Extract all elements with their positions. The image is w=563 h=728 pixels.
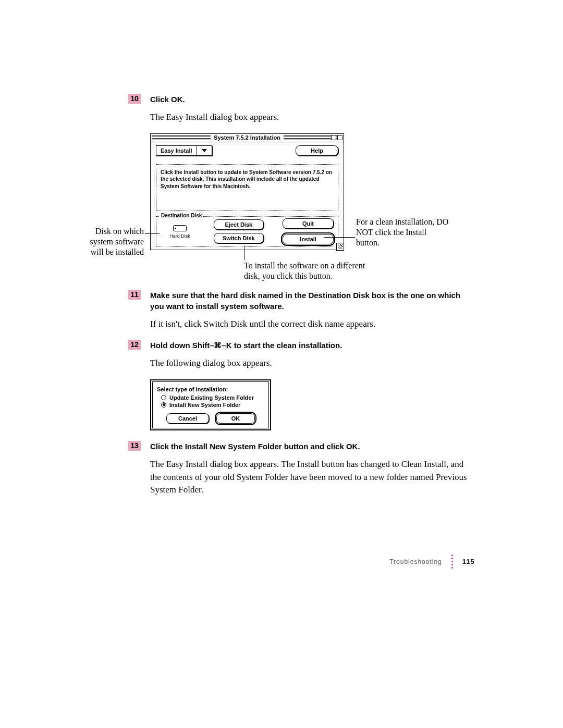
- radio-label: Install New System Folder: [169, 402, 240, 408]
- radio-label: Update Existing System Folder: [169, 394, 254, 401]
- install-info-text: Click the Install button to update to Sy…: [156, 164, 338, 212]
- callout-line: [324, 237, 355, 238]
- step-body: The following dialog box appears.: [150, 357, 474, 370]
- install-type-popup[interactable]: Easy Install: [156, 145, 212, 156]
- step-number: 11: [128, 290, 141, 300]
- hard-disk-icon: [173, 224, 187, 232]
- callout-bottom: To install the software on a different d…: [244, 261, 374, 281]
- resize-corner-icon[interactable]: [336, 243, 344, 251]
- disk-name-label: Hard Disk: [169, 233, 190, 239]
- footer-dots-icon: [450, 554, 454, 569]
- callout-line: [145, 233, 160, 234]
- install-type-label: Easy Install: [156, 147, 197, 154]
- page-footer: Troubleshooting 115: [389, 554, 474, 569]
- radio-install-new[interactable]: Install New System Folder: [161, 402, 264, 408]
- dialog-title: System 7.5.2 Installation: [211, 134, 284, 141]
- step-12: 12 Hold down Shift–⌘–K to start the clea…: [150, 340, 474, 351]
- step-number: 10: [128, 94, 141, 104]
- step-10: 10 Click OK.: [150, 94, 474, 105]
- install-type-dialog: Select type of installation: Update Exis…: [150, 379, 271, 430]
- window-collapse-box[interactable]: [337, 135, 342, 140]
- footer-section: Troubleshooting: [389, 558, 442, 565]
- window-zoom-box[interactable]: [331, 135, 336, 140]
- step-body: The Easy Install dialog box appears. The…: [150, 458, 474, 497]
- callout-right: For a clean installation, DO NOT click t…: [356, 217, 450, 248]
- popup-arrow-icon: [197, 146, 212, 155]
- radio-on-icon: [161, 402, 166, 408]
- svg-rect-2: [175, 228, 176, 229]
- eject-disk-button[interactable]: Eject Disk: [214, 219, 264, 230]
- installer-dialog: System 7.5.2 Installation Easy Install: [150, 133, 344, 250]
- cancel-button[interactable]: Cancel: [166, 413, 209, 424]
- switch-disk-button[interactable]: Switch Disk: [214, 233, 264, 243]
- radio-update-existing[interactable]: Update Existing System Folder: [161, 394, 264, 401]
- step-13: 13 Click the Install New System Folder b…: [150, 441, 474, 452]
- quit-button[interactable]: Quit: [283, 218, 334, 229]
- install-type-prompt: Select type of installation:: [157, 386, 264, 392]
- step-body: The Easy Install dialog box appears.: [150, 111, 474, 124]
- radio-off-icon: [161, 395, 166, 400]
- dialog-titlebar: System 7.5.2 Installation: [151, 134, 344, 142]
- page-number: 115: [462, 558, 474, 565]
- help-button[interactable]: Help: [296, 145, 338, 156]
- install-button[interactable]: Install: [283, 234, 334, 244]
- step-title: Click the Install New System Folder butt…: [150, 441, 360, 452]
- step-title: Hold down Shift–⌘–K to start the clean i…: [150, 340, 342, 351]
- destination-disk-box: Destination Disk Hard Disk Ejec: [156, 216, 338, 246]
- installer-dialog-wrap: System 7.5.2 Installation Easy Install: [150, 133, 474, 279]
- callout-line: [244, 245, 244, 260]
- step-body: If it isn't, click Switch Disk until the…: [150, 318, 474, 331]
- svg-marker-0: [202, 149, 207, 152]
- step-number: 12: [128, 340, 141, 350]
- destination-legend: Destination Disk: [160, 213, 203, 218]
- ok-button[interactable]: OK: [216, 413, 255, 424]
- step-title: Make sure that the hard disk named in th…: [150, 290, 474, 312]
- step-title: Click OK.: [150, 94, 185, 105]
- step-11: 11 Make sure that the hard disk named in…: [150, 290, 474, 312]
- step-number: 13: [128, 441, 141, 451]
- callout-left: Disk on which system software will be in…: [82, 226, 144, 257]
